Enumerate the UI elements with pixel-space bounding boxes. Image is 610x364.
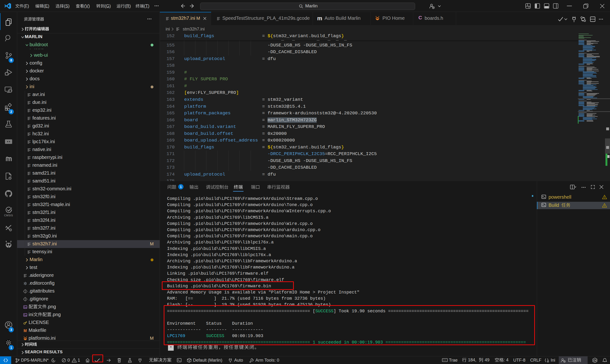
svg-text:C#: C# bbox=[593, 359, 597, 362]
svg-text:M: M bbox=[24, 328, 27, 333]
